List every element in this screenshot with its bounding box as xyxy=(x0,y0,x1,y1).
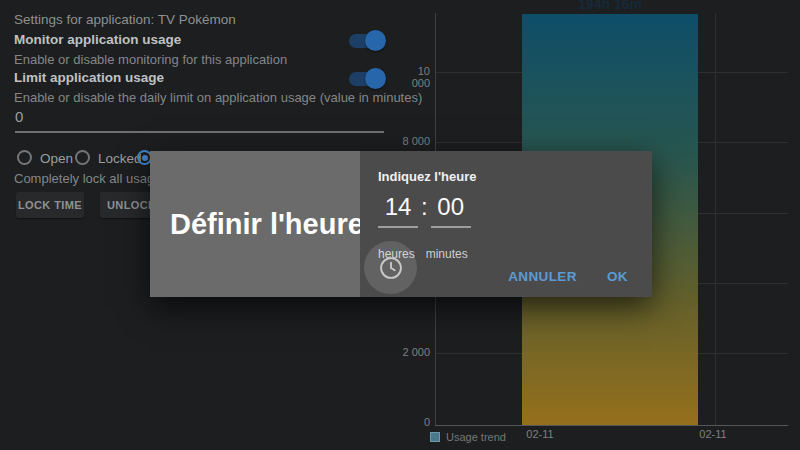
dialog-actions: ANNULER OK xyxy=(508,269,628,284)
chart-x-axis xyxy=(435,425,788,426)
legend-swatch xyxy=(430,432,440,442)
radio-open[interactable] xyxy=(17,150,32,165)
time-input-row: 14 : 00 xyxy=(378,193,471,228)
x-tick-label: 02-11 xyxy=(526,428,553,440)
monitor-usage-toggle[interactable] xyxy=(349,34,383,48)
input-underline xyxy=(15,131,384,133)
clock-mode-button[interactable] xyxy=(364,241,417,294)
lock-time-button[interactable]: LOCK TIME xyxy=(16,192,84,218)
chart-legend: Usage trend xyxy=(430,431,506,443)
dialog-title-panel: Définir l'heure xyxy=(150,151,360,297)
minutes-field[interactable]: 00 xyxy=(431,193,471,228)
time-separator: : xyxy=(418,193,431,221)
gridline-vertical xyxy=(715,13,716,425)
ok-button[interactable]: OK xyxy=(607,269,628,284)
minutes-unit-label: minutes xyxy=(426,247,468,261)
time-picker-dialog: Définir l'heure Indiquez l'heure 14 : 00… xyxy=(150,151,652,297)
x-tick-label: 02-11 xyxy=(699,428,726,440)
toggle-thumb xyxy=(365,30,386,51)
dialog-content-panel: Indiquez l'heure 14 : 00 heures minutes … xyxy=(360,151,652,297)
cancel-button[interactable]: ANNULER xyxy=(508,269,577,284)
y-tick-label: 2 000 xyxy=(400,346,430,358)
daily-limit-input[interactable]: 0 xyxy=(15,108,23,125)
limit-usage-toggle[interactable] xyxy=(349,72,383,86)
monitor-usage-description: Enable or disable monitoring for this ap… xyxy=(14,52,287,67)
limit-usage-label: Limit application usage xyxy=(14,70,164,85)
chart-title-total-usage: 194h 16m xyxy=(522,0,698,12)
page-title: Settings for application: TV Pokémon xyxy=(14,12,236,27)
radio-open-label[interactable]: Open xyxy=(40,151,73,166)
y-tick-label: 10 000 xyxy=(400,65,430,89)
y-tick-label: 0 xyxy=(400,416,430,428)
toggle-thumb xyxy=(365,68,386,89)
monitor-usage-label: Monitor application usage xyxy=(14,32,181,47)
y-tick-label: 8 000 xyxy=(400,135,430,147)
radio-locked-label[interactable]: Locked xyxy=(98,151,142,166)
hours-field[interactable]: 14 xyxy=(378,193,418,228)
radio-locked[interactable] xyxy=(75,150,90,165)
lock-note: Completely lock all usage xyxy=(14,171,161,186)
limit-usage-description: Enable or disable the daily limit on app… xyxy=(14,90,422,105)
dialog-title: Définir l'heure xyxy=(150,208,364,241)
legend-label: Usage trend xyxy=(446,431,506,443)
clock-icon xyxy=(377,254,405,282)
dialog-prompt: Indiquez l'heure xyxy=(378,169,476,184)
